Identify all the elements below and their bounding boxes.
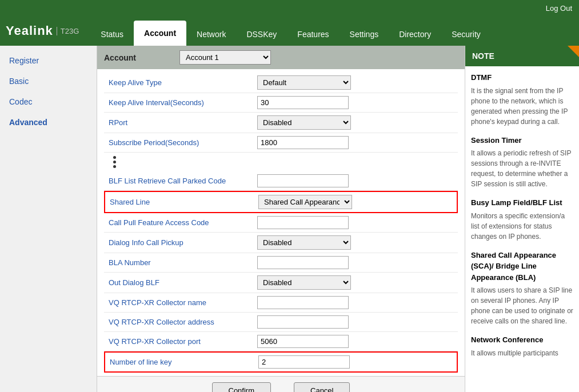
field-dialog-info: Dialog Info Call Pickup Disabled Enabled [104,233,458,253]
note-blf-body: Monitors a specific extension/a list of … [471,211,573,242]
note-section-conference: Network Conference It allows multiple pa… [471,334,573,358]
field-vq-port: VQ RTCP-XR Collector port [104,332,458,351]
note-sca-body: It allows users to share a SIP line on s… [471,285,573,326]
note-blf-title: Busy Lamp Field/BLF List [471,197,573,209]
note-body: DTMF It is the signal sent from the IP p… [465,66,579,372]
tab-directory[interactable]: Directory [389,23,441,46]
note-sca-title: Shared Call Appearance (SCA)/ Bridge Lin… [471,250,573,283]
logo-model: T23G [57,27,79,35]
note-session-timer-body: It allows a periodic refresh of SIP sess… [471,148,573,189]
note-conference-body: It allows multiple participants [471,348,573,358]
cancel-button[interactable]: Cancel [294,382,350,392]
field-out-dialog-blf: Out Dialog BLF Disabled Enabled [104,273,458,293]
note-section-session-timer: Session Timer It allows a periodic refre… [471,135,573,190]
rport-label: RPort [109,118,257,127]
vq-name-label: VQ RTCP-XR Collector name [109,298,257,307]
call-pull-input[interactable] [257,216,349,229]
content-area: Account Account 1 Account 2 Account 3 Ke… [97,46,465,392]
logo-text: Yealink [6,23,53,38]
note-section-blf: Busy Lamp Field/BLF List Monitors a spec… [471,197,573,242]
tab-settings[interactable]: Settings [340,23,389,46]
account-header-row: Account Account 1 Account 2 Account 3 [97,46,465,69]
number-of-line-key-label: Number of line key [110,358,258,366]
keep-alive-type-label: Keep Alive Type [109,78,257,87]
out-dialog-blf-select[interactable]: Disabled Enabled [257,275,351,290]
bla-number-label: BLA Number [109,258,257,267]
field-keep-alive-interval: Keep Alive Interval(Seconds) [104,93,458,113]
field-rport: RPort Disabled Enabled [104,113,458,133]
sidebar-item-advanced[interactable]: Advanced [0,112,97,133]
nav-tabs: Status Account Network DSSKey Features S… [90,16,490,46]
tab-network[interactable]: Network [186,23,236,46]
shared-line-label: Shared Line [110,198,258,206]
vq-port-label: VQ RTCP-XR Collector port [109,337,257,346]
tab-features[interactable]: Features [287,23,339,46]
confirm-button[interactable]: Confirm [212,382,271,392]
subscribe-period-input[interactable] [257,136,349,149]
note-conference-title: Network Conference [471,334,573,346]
field-vq-name: VQ RTCP-XR Collector name [104,293,458,313]
account-select[interactable]: Account 1 Account 2 Account 3 [179,50,271,65]
note-section-dtmf: DTMF It is the signal sent from the IP p… [471,72,573,127]
note-panel: NOTE DTMF It is the signal sent from the… [465,46,579,392]
field-number-of-line-key: Number of line key [104,351,458,373]
shared-line-select[interactable]: Shared Call Appearance Disabled Shared L… [258,195,352,209]
field-call-pull: Call Pull Feature Access Code [104,213,458,233]
dots-separator [109,153,458,171]
main-area: Register Basic Codec Advanced Account Ac… [0,46,579,392]
header: Yealink T23G Status Account Network DSSK… [0,16,579,46]
blf-list-retrieve-label: BLF List Retrieve Call Parked Code [109,177,257,185]
dot-1 [113,156,116,159]
field-keep-alive-type: Keep Alive Type Default UDP Disable [104,73,458,93]
buttons-row: Confirm Cancel [97,376,465,392]
subscribe-period-label: Subscribe Period(Seconds) [109,138,257,147]
field-bla-number: BLA Number [104,253,458,273]
field-vq-address: VQ RTCP-XR Collector address [104,313,458,332]
keep-alive-interval-label: Keep Alive Interval(Seconds) [109,98,257,107]
tab-status[interactable]: Status [90,23,134,46]
note-session-timer-title: Session Timer [471,135,573,146]
field-subscribe-period: Subscribe Period(Seconds) [104,133,458,153]
logo-area: Yealink T23G [6,23,79,38]
call-pull-label: Call Pull Feature Access Code [109,218,257,227]
vq-port-input[interactable] [257,335,349,348]
note-dtmf-body: It is the signal sent from the IP phone … [471,86,573,127]
dialog-info-label: Dialog Info Call Pickup [109,238,257,247]
vq-name-input[interactable] [257,296,349,309]
field-shared-line: Shared Line Shared Call Appearance Disab… [104,191,458,213]
top-bar: Log Out [0,0,579,16]
sidebar: Register Basic Codec Advanced [0,46,97,392]
note-dtmf-title: DTMF [471,72,573,83]
form-section: Keep Alive Type Default UDP Disable Keep… [97,69,465,376]
sidebar-item-codec[interactable]: Codec [0,91,97,112]
tab-account[interactable]: Account [134,21,186,46]
sidebar-item-basic[interactable]: Basic [0,71,97,91]
out-dialog-blf-label: Out Dialog BLF [109,278,257,287]
rport-select[interactable]: Disabled Enabled [257,115,351,130]
note-title: NOTE [472,51,494,61]
dialog-info-select[interactable]: Disabled Enabled [257,235,351,250]
vq-address-label: VQ RTCP-XR Collector address [109,318,257,326]
bla-number-input[interactable] [257,256,349,269]
tab-dsskey[interactable]: DSSKey [236,23,287,46]
blf-list-retrieve-input[interactable] [257,174,349,187]
dot-3 [113,165,116,168]
vq-address-input[interactable] [257,315,349,329]
sidebar-item-register[interactable]: Register [0,50,97,71]
field-blf-list-retrieve: BLF List Retrieve Call Parked Code [104,171,458,191]
keep-alive-type-select[interactable]: Default UDP Disable [257,75,351,90]
number-of-line-key-input[interactable] [258,355,350,369]
keep-alive-interval-input[interactable] [257,96,349,109]
account-header-label: Account [104,53,173,62]
note-header: NOTE [465,46,579,66]
logout-link[interactable]: Log Out [546,4,572,13]
tab-security[interactable]: Security [441,23,491,46]
note-section-sca: Shared Call Appearance (SCA)/ Bridge Lin… [471,250,573,327]
dot-2 [113,161,116,163]
